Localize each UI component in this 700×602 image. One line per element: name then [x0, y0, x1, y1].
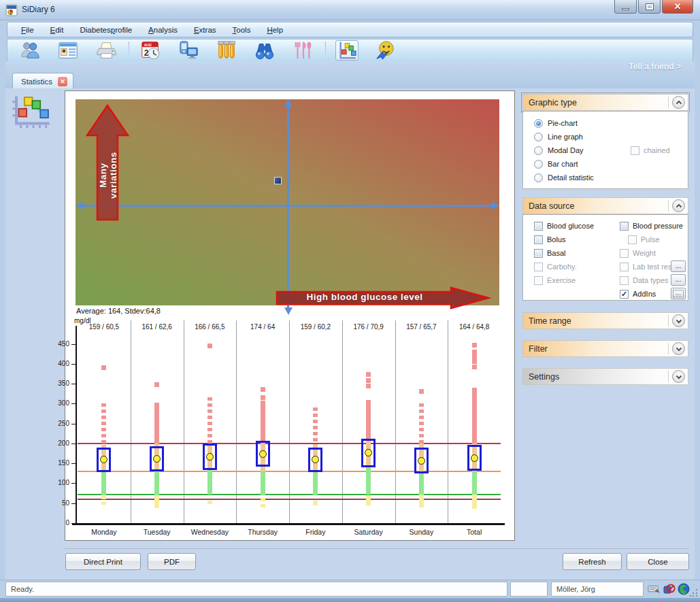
graphic-type-title: Graphic type: [529, 98, 668, 107]
nutrition-icon: [292, 40, 314, 61]
expand-button[interactable]: [672, 370, 685, 383]
patient-card-button[interactable]: [56, 40, 80, 61]
menu-item-analysis[interactable]: Analysis: [140, 24, 186, 36]
settings-header[interactable]: Settings: [522, 368, 688, 385]
data-source-header[interactable]: Data source: [522, 197, 688, 214]
maximize-button[interactable]: [638, 0, 661, 14]
checkbox-lab-test-resu[interactable]: Lab test resu: [620, 261, 673, 272]
radio-label: Modal Day: [548, 146, 584, 154]
tell-a-friend-link[interactable]: Tell a friend >: [629, 62, 681, 71]
menu-item-file[interactable]: File: [13, 24, 42, 36]
checkbox-data-types[interactable]: Data types: [620, 275, 669, 286]
collapse-button[interactable]: [672, 199, 685, 212]
checkbox-bolus[interactable]: Bolus: [534, 234, 566, 245]
svg-text:AUG: AUG: [144, 43, 152, 47]
calendar-icon: AUG2: [139, 40, 161, 61]
checkbox-blood-glucose[interactable]: Blood glucose: [534, 220, 594, 231]
y-tick-label: 250: [49, 420, 69, 427]
lab-tests-icon: [216, 40, 237, 61]
offline-icon[interactable]: [663, 583, 676, 595]
more-options-button[interactable]: ...: [671, 274, 686, 286]
direct-print-button[interactable]: Direct Print: [65, 553, 141, 570]
y-tick: [71, 384, 76, 384]
status-spacer: [510, 582, 548, 597]
reference-line-130: [78, 471, 501, 472]
checkbox-label: Lab test resu: [633, 263, 673, 271]
radio-line-graph[interactable]: Line graph: [534, 131, 583, 142]
outlier-point: [366, 372, 371, 377]
y-tick-label: 100: [49, 479, 69, 486]
x-category-label: Total: [449, 528, 499, 536]
radio-detail-statistic[interactable]: Detail statistic: [534, 172, 594, 183]
more-options-button[interactable]: ...: [671, 288, 686, 299]
checkbox-exercise[interactable]: Exercise: [534, 275, 576, 286]
checkbox-blood-pressure[interactable]: Blood pressure: [620, 220, 683, 231]
checkbox-chained[interactable]: chained: [631, 145, 670, 156]
close-icon: ✕: [674, 1, 682, 12]
radio-pie-chart[interactable]: Pie-chart: [534, 118, 578, 129]
many-variations-label: Many variations: [98, 139, 117, 212]
checkbox-label: Bolus: [547, 235, 566, 244]
resize-grip[interactable]: [690, 588, 698, 597]
checkbox-carbohy-[interactable]: Carbohy.: [534, 261, 577, 272]
menu-item-help[interactable]: Help: [259, 24, 291, 36]
x-category-label: Monday: [79, 528, 129, 536]
checkbox-pulse[interactable]: Pulse: [628, 234, 660, 245]
data-export-icon[interactable]: [648, 583, 661, 595]
collapse-button[interactable]: [672, 96, 685, 109]
close-button[interactable]: ✕: [662, 0, 693, 14]
checkbox-label: Pulse: [641, 235, 660, 244]
menu-item-edit[interactable]: Edit: [42, 24, 72, 36]
graphic-type-header[interactable]: Graphic type: [522, 94, 688, 111]
glucose-strip-low: [101, 496, 106, 505]
tab-close-icon[interactable]: ✕: [58, 77, 67, 86]
time-range-title: Time range: [529, 316, 668, 326]
checkbox-weight[interactable]: Weight: [620, 248, 656, 258]
radio-bar-chart[interactable]: Bar chart: [534, 158, 578, 169]
menu-item-diabetesprofile[interactable]: Diabetesprofile: [71, 24, 140, 36]
outlier-point: [261, 395, 265, 400]
glucose-strip-normal: [313, 472, 318, 495]
radio-modal-day[interactable]: Modal Day: [534, 145, 584, 156]
expand-button[interactable]: [672, 314, 685, 327]
glucose-strip-high: [419, 403, 424, 444]
time-range-header[interactable]: Time range: [522, 312, 688, 329]
online-globe-icon[interactable]: [678, 583, 690, 595]
minimize-button[interactable]: [614, 0, 637, 14]
tell-a-friend-button[interactable]: [373, 40, 397, 61]
statistics-button[interactable]: [335, 40, 359, 61]
device-sync-button[interactable]: [177, 40, 200, 61]
status-user: Möller, Jörg: [551, 582, 644, 597]
profiles-button[interactable]: [18, 40, 41, 61]
menu-item-tools[interactable]: Tools: [224, 24, 259, 36]
lab-tests-button[interactable]: [215, 40, 238, 61]
patient-card-icon: [57, 40, 79, 61]
glucose-strip-low: [207, 501, 212, 504]
chevron-up-icon: [675, 202, 683, 210]
expand-button[interactable]: [672, 342, 685, 355]
checkbox-icon: [620, 276, 629, 285]
y-tick-label: 200: [49, 439, 69, 447]
column-separator: [289, 320, 290, 523]
glucose-strip-high: [261, 401, 265, 444]
calendar-button[interactable]: AUG2: [139, 40, 162, 61]
refresh-button[interactable]: Refresh: [563, 553, 622, 570]
checkbox-label: Exercise: [547, 276, 576, 284]
checkbox-basal[interactable]: Basal: [534, 248, 566, 258]
more-options-button[interactable]: ...: [671, 261, 686, 272]
y-tick: [71, 503, 76, 504]
tell-a-friend-icon: [374, 40, 396, 61]
checkbox-addins[interactable]: ✓AddIns: [620, 288, 656, 299]
search-button[interactable]: [253, 40, 276, 61]
pdf-button[interactable]: PDF: [148, 553, 196, 570]
nutrition-button[interactable]: [291, 40, 314, 61]
chevron-down-icon: [675, 373, 683, 381]
menu-item-extras[interactable]: Extras: [186, 24, 224, 36]
checkbox-icon: [628, 235, 637, 244]
column-separator: [342, 320, 343, 523]
filter-header[interactable]: Filter: [522, 340, 688, 357]
print-button[interactable]: [95, 40, 118, 61]
checkbox-label: AddIns: [633, 290, 656, 298]
close-panel-button[interactable]: Close: [627, 553, 689, 570]
tab-statistics[interactable]: Statistics ✕: [12, 73, 73, 89]
